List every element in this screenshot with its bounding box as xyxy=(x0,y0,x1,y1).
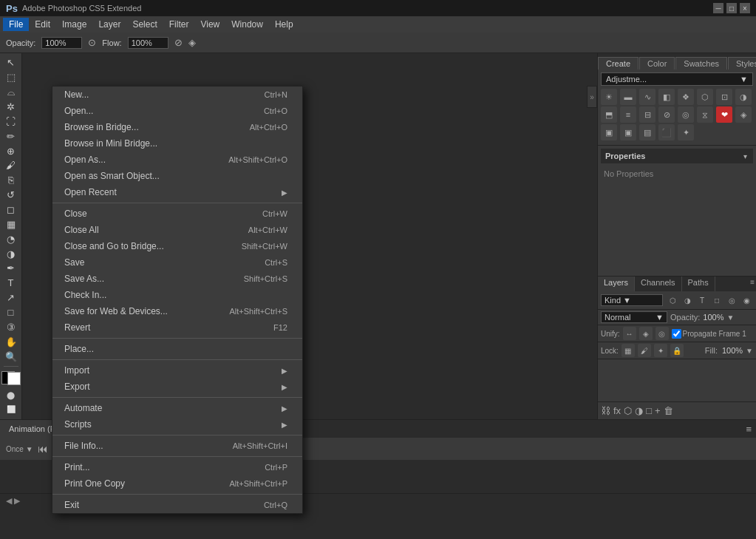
menu-item-print[interactable]: Print... Ctrl+P xyxy=(52,459,302,475)
smart-filter-icon[interactable]: ◎ xyxy=(725,294,738,307)
tab-create[interactable]: Create xyxy=(598,57,638,70)
3d-tool[interactable]: ③ xyxy=(2,320,20,333)
channel-mixer-icon[interactable]: ≡ xyxy=(620,106,636,123)
crop-tool[interactable]: ⛶ xyxy=(2,115,20,128)
eyedropper-tool[interactable]: ✏ xyxy=(2,129,20,143)
lock-transparency-icon[interactable]: ▦ xyxy=(622,344,635,357)
menu-item-close-go-bridge[interactable]: Close and Go to Bridge... Shift+Ctrl+W xyxy=(52,238,302,254)
lock-all-icon[interactable]: 🔒 xyxy=(670,344,684,357)
new-group-icon[interactable]: □ xyxy=(646,405,652,416)
rewind-icon[interactable]: ⏮ xyxy=(38,443,48,455)
selective-color-icon[interactable]: ◈ xyxy=(735,106,752,123)
blur-tool[interactable]: ◔ xyxy=(2,232,20,245)
fill-down-icon[interactable]: ▼ xyxy=(746,347,753,355)
menu-item-save-as[interactable]: Save As... Shift+Ctrl+S xyxy=(52,271,302,287)
menu-window[interactable]: Window xyxy=(225,18,269,31)
menu-item-open-recent[interactable]: Open Recent ▶ xyxy=(52,184,302,200)
type-filter-icon[interactable]: T xyxy=(695,294,709,307)
add-style-icon[interactable]: fx xyxy=(613,405,621,416)
menu-item-scripts[interactable]: Scripts ▶ xyxy=(52,416,302,433)
menu-item-print-one-copy[interactable]: Print One Copy Alt+Shift+Ctrl+P xyxy=(52,475,302,492)
color-lookup-icon[interactable]: ⊟ xyxy=(639,106,655,123)
menu-item-open[interactable]: Open... Ctrl+O xyxy=(52,103,302,119)
new-adjustment-icon[interactable]: ◑ xyxy=(635,405,643,416)
tablet-icon[interactable]: ◈ xyxy=(188,37,196,48)
pen-tool[interactable]: ✒ xyxy=(2,262,20,275)
levels-icon[interactable]: ▬ xyxy=(620,89,636,105)
menu-item-export[interactable]: Export ▶ xyxy=(52,379,302,395)
menu-item-revert[interactable]: Revert F12 xyxy=(52,319,302,336)
menu-item-file-info[interactable]: File Info... Alt+Shift+Ctrl+I xyxy=(52,438,302,454)
menu-layer[interactable]: Layer xyxy=(92,18,126,31)
menu-help[interactable]: Help xyxy=(269,18,299,31)
shape-filter-icon[interactable]: □ xyxy=(710,294,723,307)
right-panel-collapse-button[interactable]: » xyxy=(587,86,597,108)
layers-panel-options[interactable]: ≡ xyxy=(749,277,756,291)
menu-item-automate[interactable]: Automate ▶ xyxy=(52,400,302,416)
propagate-frame-label[interactable]: Propagate Frame 1 xyxy=(672,329,746,339)
gradient-tool[interactable]: ▦ xyxy=(2,217,20,231)
opacity-input[interactable] xyxy=(41,37,82,49)
status-arrows-left[interactable]: ◀ ▶ xyxy=(6,496,20,506)
eraser-tool[interactable]: ◻ xyxy=(2,203,20,217)
menu-select[interactable]: Select xyxy=(126,18,163,31)
menu-filter[interactable]: Filter xyxy=(163,18,195,31)
path-selection-tool[interactable]: ↗ xyxy=(2,291,20,305)
magic-wand-tool[interactable]: ✲ xyxy=(2,101,20,114)
black-white-icon[interactable]: ◑ xyxy=(735,89,752,105)
adj-icon-a[interactable]: ▣ xyxy=(601,124,617,140)
flow-input[interactable] xyxy=(128,37,168,49)
menu-item-open-as[interactable]: Open As... Alt+Shift+Ctrl+O xyxy=(52,152,302,168)
adjustment-dropdown[interactable]: Adjustme... ▼ xyxy=(601,72,753,86)
propagate-frame-checkbox[interactable] xyxy=(672,329,681,339)
menu-edit[interactable]: Edit xyxy=(29,18,56,31)
menu-item-import[interactable]: Import ▶ xyxy=(52,362,302,379)
lasso-tool[interactable]: ⌓ xyxy=(2,86,20,99)
new-layer-icon[interactable]: + xyxy=(655,405,661,416)
menu-item-place[interactable]: Place... xyxy=(52,341,302,357)
threshold-icon[interactable]: ⧖ xyxy=(697,106,713,123)
brush-pressure-icon[interactable]: ⊙ xyxy=(88,37,96,48)
lock-position-icon[interactable]: ✦ xyxy=(654,344,667,357)
adj-icon-e[interactable]: ✦ xyxy=(678,124,694,140)
opacity-down-icon[interactable]: ▼ xyxy=(727,313,735,322)
color-balance-icon[interactable]: ⊡ xyxy=(716,89,732,105)
unify-style-icon[interactable]: ◈ xyxy=(639,327,653,340)
unify-position-icon[interactable]: ↔ xyxy=(623,327,636,340)
minimize-button[interactable]: ─ xyxy=(713,3,723,13)
menu-item-save[interactable]: Save Ctrl+S xyxy=(52,254,302,271)
clone-stamp-tool[interactable]: ⎘ xyxy=(2,174,20,187)
photo-filter-icon[interactable]: ⬒ xyxy=(601,106,617,123)
adj-icon-c[interactable]: ▤ xyxy=(639,124,655,140)
move-tool[interactable]: ↖ xyxy=(2,56,20,70)
history-brush-tool[interactable]: ↺ xyxy=(2,189,20,202)
shape-tool[interactable]: □ xyxy=(2,306,20,319)
blend-mode-dropdown[interactable]: Normal ▼ xyxy=(601,311,667,323)
brightness-contrast-icon[interactable]: ☀ xyxy=(601,89,617,105)
healing-brush-tool[interactable]: ⊕ xyxy=(2,144,20,157)
bottom-panel-options-icon[interactable]: ≡ xyxy=(741,424,756,435)
menu-item-close[interactable]: Close Ctrl+W xyxy=(52,206,302,222)
link-layers-icon[interactable]: ⛓ xyxy=(601,405,610,416)
airbrush-icon[interactable]: ⊘ xyxy=(174,37,183,48)
pixel-filter-icon[interactable]: ⬡ xyxy=(666,294,679,307)
adjustment-filter-icon[interactable]: ◑ xyxy=(681,294,694,307)
dodge-tool[interactable]: ◑ xyxy=(2,247,20,260)
menu-item-exit[interactable]: Exit Ctrl+Q xyxy=(52,497,302,513)
menu-image[interactable]: Image xyxy=(56,18,92,31)
invert-icon[interactable]: ⊘ xyxy=(658,106,675,123)
adj-icon-b[interactable]: ▣ xyxy=(620,124,636,140)
properties-collapse-icon[interactable]: ▾ xyxy=(742,151,749,162)
marquee-tool[interactable]: ⬚ xyxy=(2,71,20,84)
menu-file[interactable]: File xyxy=(3,18,29,31)
tab-layers[interactable]: Layers xyxy=(598,277,635,291)
layers-kind-dropdown[interactable]: Kind ▼ xyxy=(601,294,663,306)
menu-item-browse-bridge[interactable]: Browse in Bridge... Alt+Ctrl+O xyxy=(52,119,302,135)
vibrance-icon[interactable]: ❖ xyxy=(678,89,694,105)
close-button[interactable]: × xyxy=(740,3,750,13)
tab-swatches[interactable]: Swatches xyxy=(675,57,727,70)
fg-bg-colors[interactable] xyxy=(1,371,21,385)
menu-view[interactable]: View xyxy=(194,18,225,31)
menu-item-browse-mini-bridge[interactable]: Browse in Mini Bridge... xyxy=(52,135,302,152)
background-color[interactable] xyxy=(7,372,21,385)
